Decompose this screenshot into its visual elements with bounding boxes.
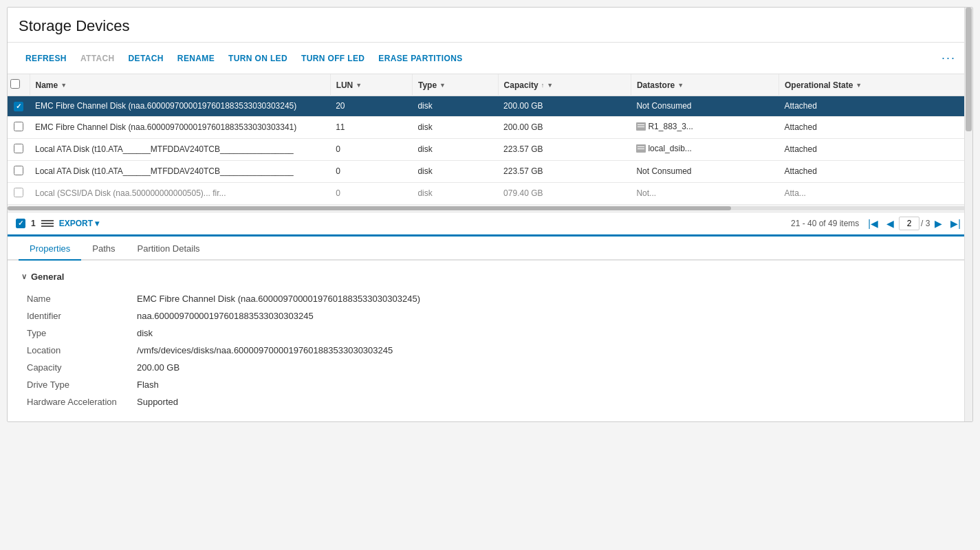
turn-on-led-button[interactable]: TURN ON LED <box>221 51 294 66</box>
row-1-name: EMC Fibre Channel Disk (naa.600009700001… <box>30 116 330 138</box>
prop-key-drive-type: Drive Type <box>21 376 131 393</box>
next-page-button[interactable]: ▶ <box>931 217 946 230</box>
more-options-button[interactable]: ··· <box>936 48 961 68</box>
prop-row-location: Location /vmfs/devices/disks/naa.6000097… <box>21 342 959 359</box>
row-1-checkbox[interactable] <box>14 122 23 131</box>
erase-partitions-button[interactable]: ERASE PARTITIONS <box>371 51 469 66</box>
table-row[interactable]: EMC Fibre Channel Disk (naa.600009700001… <box>8 116 972 138</box>
prop-key-name: Name <box>21 290 131 307</box>
col-capacity-label: Capacity <box>504 80 538 90</box>
row-0-checkbox-cell[interactable] <box>8 96 30 117</box>
select-all-header[interactable] <box>8 74 30 96</box>
first-page-button[interactable]: |◀ <box>864 217 882 230</box>
row-0-capacity: 200.00 GB <box>498 96 631 117</box>
turn-off-led-button[interactable]: TURN OFF LED <box>294 51 371 66</box>
prop-key-location: Location <box>21 342 131 359</box>
bottom-panel: Properties Paths Partition Details ∨ Gen… <box>8 236 972 421</box>
row-4-checkbox-cell[interactable] <box>8 182 30 204</box>
row-2-checkbox-cell[interactable] <box>8 138 30 160</box>
page-number-input[interactable] <box>899 217 919 230</box>
prop-key-type: Type <box>21 324 131 342</box>
attach-button: ATTACH <box>74 51 122 66</box>
row-4-capacity: 079.40 GB <box>498 182 631 204</box>
tab-paths[interactable]: Paths <box>81 236 126 261</box>
col-datastore-filter-icon: ▼ <box>677 82 684 89</box>
col-datastore-label: Datastore <box>637 80 675 90</box>
prop-value-drive-type: Flash <box>131 376 959 393</box>
table-row[interactable]: EMC Fibre Channel Disk (naa.600009700001… <box>8 96 972 117</box>
section-label: General <box>31 272 64 282</box>
properties-section: ∨ General Name EMC Fibre Channel Disk (n… <box>8 261 972 421</box>
prop-key-capacity: Capacity <box>21 359 131 376</box>
row-2-datastore-label: local_dsib... <box>648 144 691 153</box>
row-4-type: disk <box>412 182 498 204</box>
prop-row-hw-acceleration: Hardware Acceleration Supported <box>21 393 959 410</box>
columns-picker-button[interactable] <box>41 220 54 227</box>
page-title: Storage Devices <box>8 8 972 43</box>
row-2-datastore-icon-container: local_dsib... <box>636 144 691 153</box>
prop-key-hw-acceleration: Hardware Acceleration <box>21 393 131 410</box>
col-datastore[interactable]: Datastore ▼ <box>631 74 778 96</box>
rename-button[interactable]: RENAME <box>171 51 221 66</box>
prop-value-location: /vmfs/devices/disks/naa.6000097000019760… <box>131 342 959 359</box>
row-0-op-state: Attached <box>778 96 972 117</box>
row-2-type: disk <box>412 138 498 160</box>
col-name[interactable]: Name ▼ <box>30 74 330 96</box>
detach-button[interactable]: DETACH <box>122 51 171 66</box>
prop-row-type: Type disk <box>21 324 959 342</box>
col-lun[interactable]: LUN ▼ <box>330 74 412 96</box>
footer-selected-checkbox[interactable] <box>16 219 25 228</box>
row-1-op-state: Attached <box>778 116 972 138</box>
row-1-lun: 11 <box>330 116 412 138</box>
row-3-checkbox[interactable] <box>14 166 23 175</box>
row-1-type: disk <box>412 116 498 138</box>
table-row[interactable]: Local (SCSI/DA Disk (naa.500000000000505… <box>8 182 972 204</box>
col-capacity[interactable]: Capacity ↑ ▼ <box>498 74 631 96</box>
row-1-datastore-label: R1_883_3... <box>648 122 693 131</box>
row-0-type: disk <box>412 96 498 117</box>
row-0-checkbox[interactable] <box>14 102 23 111</box>
tab-partition-details[interactable]: Partition Details <box>127 236 211 261</box>
vertical-scrollbar-thumb[interactable] <box>966 8 972 131</box>
row-3-op-state: Attached <box>778 160 972 182</box>
chevron-down-icon: ∨ <box>21 272 27 281</box>
page-total: / 3 <box>921 219 930 228</box>
tab-properties[interactable]: Properties <box>19 236 81 261</box>
row-3-checkbox-cell[interactable] <box>8 160 30 182</box>
last-page-button[interactable]: ▶| <box>947 217 964 230</box>
table-row[interactable]: Local ATA Disk (t10.ATA______MTFDDAV240T… <box>8 160 972 182</box>
prop-value-hw-acceleration: Supported <box>131 393 959 410</box>
pagination-info: 21 - 40 of 49 items <box>791 219 859 228</box>
refresh-button[interactable]: REFRESH <box>19 51 74 66</box>
storage-table: Name ▼ LUN ▼ Type ▼ <box>8 74 972 205</box>
col-op-state-label: Operational State <box>785 80 853 90</box>
row-4-op-state: Atta... <box>778 182 972 204</box>
datastore-icon <box>636 144 646 153</box>
export-button[interactable]: EXPORT ▾ <box>59 219 99 228</box>
row-0-datastore: Not Consumed <box>631 96 778 117</box>
prop-row-name: Name EMC Fibre Channel Disk (naa.6000097… <box>21 290 959 307</box>
main-container: Storage Devices REFRESH ATTACH DETACH RE… <box>7 7 973 422</box>
table-row[interactable]: Local ATA Disk (t10.ATA______MTFDDAV240T… <box>8 138 972 160</box>
properties-table: Name EMC Fibre Channel Disk (naa.6000097… <box>21 290 959 410</box>
row-2-checkbox[interactable] <box>14 144 23 153</box>
row-2-datastore: local_dsib... <box>631 138 778 160</box>
col-capacity-sort-icon: ↑ <box>541 82 545 89</box>
col-type-label: Type <box>418 80 437 90</box>
col-name-label: Name <box>36 80 58 90</box>
row-4-checkbox[interactable] <box>14 188 23 197</box>
scrollbar-thumb[interactable] <box>8 206 731 210</box>
col-operational-state[interactable]: Operational State ▼ <box>778 74 972 96</box>
prop-value-name: EMC Fibre Channel Disk (naa.600009700001… <box>131 290 959 307</box>
prev-page-button[interactable]: ◀ <box>883 217 897 230</box>
vertical-scrollbar[interactable] <box>964 8 972 421</box>
row-2-op-state: Attached <box>778 138 972 160</box>
select-all-checkbox[interactable] <box>10 79 20 89</box>
row-1-checkbox-cell[interactable] <box>8 116 30 138</box>
table-header-row: Name ▼ LUN ▼ Type ▼ <box>8 74 972 96</box>
horizontal-scrollbar[interactable] <box>8 205 972 212</box>
general-section-header[interactable]: ∨ General <box>21 272 959 282</box>
toolbar: REFRESH ATTACH DETACH RENAME TURN ON LED… <box>8 43 972 74</box>
col-type[interactable]: Type ▼ <box>412 74 498 96</box>
row-2-name: Local ATA Disk (t10.ATA______MTFDDAV240T… <box>30 138 330 160</box>
